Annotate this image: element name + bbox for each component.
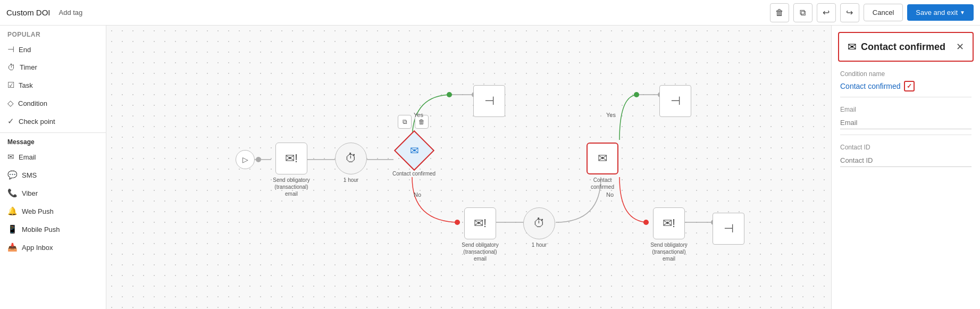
yes-label-2: Yes [606, 112, 616, 118]
condition-node-2-box: ✉ [587, 143, 618, 174]
email-node-3-label: Send obligatory(transactional) email [648, 241, 690, 262]
end-node-1[interactable]: ⊣ [473, 85, 505, 117]
right-panel-envelope-icon: ✉ [848, 40, 857, 53]
timer-node-1[interactable]: ⏱ 1 hour [335, 143, 367, 183]
sidebar-item-viber[interactable]: 📞 Viber [0, 184, 106, 202]
email-node-3[interactable]: ✉! Send obligatory(transactional) email [648, 207, 690, 262]
topbar: Custom DOI Add tag 🗑 ⧉ ↩ ↪ Cancel Save a… [0, 0, 980, 26]
save-chevron-icon: ▼ [960, 10, 965, 15]
condition-name-value: Contact confirmed [840, 82, 901, 90]
copy-node-button[interactable]: ⧉ [398, 115, 412, 129]
task-icon: ☑ [7, 80, 14, 90]
appinbox-icon: 📥 [7, 243, 18, 252]
condition-node-1-diamond: ✉ [393, 130, 434, 171]
sidebar: Popular ⊣ End ⏱ Timer ☑ Task ◇ Condition… [0, 26, 106, 309]
add-tag-button[interactable]: Add tag [59, 9, 83, 16]
no-label-1: No [414, 191, 421, 198]
right-panel-title: Contact confirmed [861, 41, 945, 53]
sidebar-item-condition[interactable]: ◇ Condition [0, 94, 106, 112]
viber-icon: 📞 [7, 188, 18, 198]
timer-icon: ⏱ [7, 63, 15, 72]
sidebar-message-header: Message [0, 132, 106, 148]
sidebar-item-appinbox[interactable]: 📥 App Inbox [0, 238, 106, 256]
sidebar-popular-header: Popular [0, 26, 106, 40]
sidebar-item-checkpoint[interactable]: ✓ Check point [0, 112, 106, 130]
condition-node-1-label: Contact confirmed [392, 170, 435, 177]
svg-point-7 [256, 157, 261, 162]
checkpoint-icon: ✓ [7, 116, 14, 126]
yes-label-1: Yes [414, 112, 423, 118]
redo-button[interactable]: ↪ [840, 3, 859, 22]
divider-1 [840, 97, 971, 97]
contact-id-field-label: Contact ID [840, 144, 971, 151]
right-panel-header-left: ✉ Contact confirmed [848, 40, 945, 53]
timer-node-2[interactable]: ⏱ 1 hour [523, 207, 555, 248]
delete-button[interactable]: 🗑 [770, 3, 789, 22]
page-title: Custom DOI [6, 8, 51, 17]
svg-point-9 [447, 92, 452, 97]
right-panel-close-button[interactable]: ✕ [956, 41, 964, 53]
condition-node-2-label: Contact confirmed [581, 177, 624, 190]
start-node[interactable]: ▷ [236, 150, 255, 169]
end-node-2[interactable]: ⊣ [659, 85, 691, 117]
timer-node-1-box: ⏱ [335, 143, 367, 174]
webpush-icon: 🔔 [7, 206, 18, 216]
no-label-2: No [606, 191, 614, 198]
contact-id-input[interactable] [840, 154, 971, 167]
save-exit-button[interactable]: Save and exit ▼ [907, 4, 974, 21]
condition-name-label: Condition name [840, 70, 971, 78]
condition-node-1-icon: ✉ [409, 144, 418, 157]
cancel-button[interactable]: Cancel [864, 4, 903, 21]
condition-node-1[interactable]: ⧉ 🗑 ✉ Contact confirmed [392, 132, 435, 177]
right-panel-body: Condition name Contact confirmed ✓ Email… [832, 70, 980, 167]
end-node-1-box: ⊣ [473, 85, 505, 117]
undo-button[interactable]: ↩ [817, 3, 836, 22]
email-icon: ✉ [7, 152, 14, 162]
email-node-2[interactable]: ✉! Send obligatory(transactional) email [459, 207, 501, 262]
workflow-canvas[interactable]: ▷ ✉! Send obligatory(transactional) emai… [106, 26, 831, 309]
sms-icon: 💬 [7, 170, 18, 180]
mobilepush-icon: 📱 [7, 224, 18, 234]
sidebar-item-webpush[interactable]: 🔔 Web Push [0, 202, 106, 220]
condition-node-2[interactable]: ✉ Contact confirmed [581, 143, 624, 190]
main-layout: Popular ⊣ End ⏱ Timer ☑ Task ◇ Condition… [0, 26, 980, 309]
email-node-2-label: Send obligatory(transactional) email [459, 241, 501, 262]
condition-icon: ◇ [7, 98, 14, 108]
svg-point-10 [634, 92, 639, 97]
email-node-1-box: ✉! [275, 143, 307, 174]
condition-check-icon[interactable]: ✓ [904, 81, 915, 91]
condition-node-1-wrap: ✉ [396, 132, 433, 169]
email-field-label: Email [840, 106, 971, 113]
end-node-3-box: ⊣ [713, 213, 744, 245]
sidebar-item-sms[interactable]: 💬 SMS [0, 166, 106, 184]
timer-node-2-label: 1 hour [532, 241, 547, 248]
sidebar-item-timer[interactable]: ⏱ Timer [0, 59, 106, 76]
copy-button[interactable]: ⧉ [793, 3, 813, 22]
sidebar-item-email[interactable]: ✉ Email [0, 148, 106, 166]
condition-name-row: Contact confirmed ✓ [840, 81, 971, 91]
end-node-2-box: ⊣ [659, 85, 691, 117]
email-node-1-label: Send obligatory(transactional) email [270, 177, 313, 197]
email-node-1[interactable]: ✉! Send obligatory(transactional) email [270, 143, 313, 197]
timer-node-1-label: 1 hour [344, 177, 358, 183]
sidebar-item-end[interactable]: ⊣ End [0, 40, 106, 59]
email-input[interactable] [840, 116, 971, 129]
right-panel-header: ✉ Contact confirmed ✕ [838, 32, 974, 62]
right-panel: ✉ Contact confirmed ✕ Condition name Con… [831, 26, 980, 309]
timer-node-2-box: ⏱ [523, 207, 555, 239]
sidebar-item-task[interactable]: ☑ Task [0, 76, 106, 94]
end-node-3[interactable]: ⊣ [713, 213, 744, 245]
sidebar-item-mobilepush[interactable]: 📱 Mobile Push [0, 220, 106, 238]
email-node-3-box: ✉! [653, 207, 685, 239]
end-icon: ⊣ [7, 45, 14, 54]
divider-2 [840, 135, 971, 135]
email-node-2-box: ✉! [464, 207, 496, 239]
